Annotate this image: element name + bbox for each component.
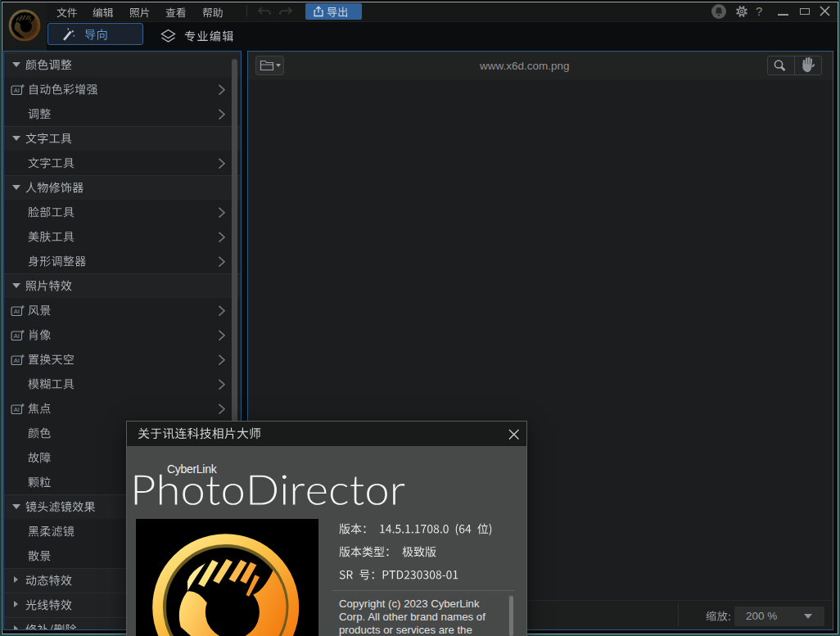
svg-text:AI: AI: [14, 332, 20, 340]
svg-text:AI: AI: [14, 308, 20, 315]
svg-text:AI: AI: [14, 357, 20, 364]
svg-text:AI: AI: [14, 406, 20, 413]
svg-text:AI: AI: [14, 87, 20, 94]
